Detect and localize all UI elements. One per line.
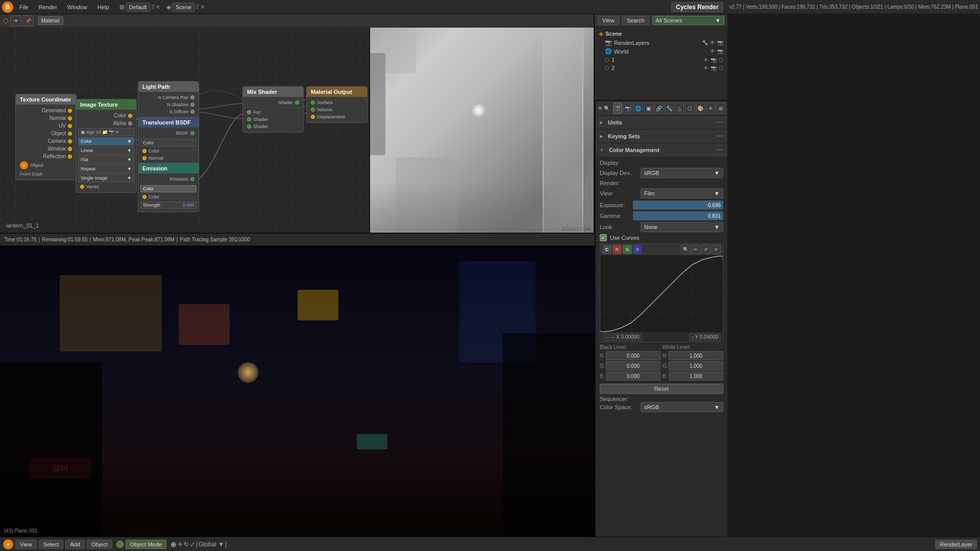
color-space-btn[interactable]: Color▼ [78,137,134,145]
image-selector[interactable]: ▣sign 19📁📷✕ [78,128,134,136]
render-btn-rl[interactable]: 📷 [717,40,723,45]
black-g-input[interactable]: 0.000 [606,361,660,370]
keying-sets-header[interactable]: Keying Sets ⋯ [596,130,727,143]
prop-tab-render[interactable]: 🎬 [613,103,622,114]
render-btn-l2[interactable]: 📷 [710,65,717,71]
node-emission[interactable]: Emission Emission Color Color Strength3.… [138,163,199,212]
global-transform-icon[interactable]: ⊕ [170,540,177,548]
white-r-input[interactable]: 1.000 [669,351,723,360]
render-btn-l1[interactable]: 📷 [710,57,717,63]
white-g-input[interactable]: 1.000 [669,361,723,370]
workspace-selector[interactable]: Default [126,3,151,12]
node-type-selector[interactable]: Material [38,16,63,25]
curve-zoom-in-btn[interactable]: 🔍 [681,245,690,254]
curve-canvas[interactable] [600,256,723,332]
render-layers-item[interactable]: 📷 RenderLayers 🔧 👁 📷 [595,38,727,47]
node-mix-shader[interactable]: Mix Shader Shader Fac Shader Shader [242,86,304,133]
curve-delete-btn[interactable]: ✕ [712,245,721,254]
layer2-item[interactable]: ⬡ 2 👁 📷 ⬡ [595,64,727,72]
prop-tab-texture[interactable]: 🎨 [696,103,705,114]
extra-btn-l1[interactable]: ⬡ [719,57,723,63]
units-dots[interactable]: ⋯ [716,118,723,127]
interpolation-btn[interactable]: Linear▼ [78,146,134,155]
node-mo-header: Material Output [307,87,367,97]
scale-icon[interactable]: ⤢ [190,541,195,548]
layer1-item[interactable]: ⬡ 1 👁 📷 ⬡ [595,56,727,64]
prop-tab-physics[interactable]: ⊞ [716,103,725,114]
use-curves-checkbox[interactable]: ✓ [600,234,607,241]
display-dev-dropdown[interactable]: sRGB ▼ [641,168,723,178]
curve-channel-c[interactable]: C [602,245,611,254]
viewport-3d[interactable]: JDSOFT.COM [369,28,594,234]
eye-btn-world[interactable]: 👁 [710,48,715,54]
prop-tab-modifier[interactable]: 🔧 [665,103,674,114]
grab-icon[interactable]: ✛ [178,541,183,548]
global-dropdown[interactable]: Global ▼ [199,541,224,548]
node-texture-coordinate[interactable]: Texture Coordinate Generated Normal UV O… [15,94,77,180]
node-image-texture[interactable]: Image Texture Color Alpha ▣sign 19📁📷✕ Co… [76,99,137,193]
units-header[interactable]: Units ⋯ [596,116,727,129]
prop-tab-particles[interactable]: ✳ [706,103,715,114]
eye-btn-l2[interactable]: 👁 [703,65,708,71]
outliner-search-btn[interactable]: Search [622,16,649,25]
scene-selector[interactable]: Scene [172,3,195,12]
cm-dots[interactable]: ⋯ [716,146,723,154]
render-btn-world[interactable]: 📷 [717,48,723,54]
look-dropdown[interactable]: None ▼ [641,222,723,232]
extra-btn-l2[interactable]: ⬡ [719,65,723,71]
prop-tab-scene[interactable]: 📷 [623,103,632,114]
node-translucent-bsdf[interactable]: Translucent BSDF BSDF Color Color Normal [138,117,199,164]
menu-file[interactable]: File [15,3,33,12]
black-r-input[interactable]: 0.000 [606,351,660,360]
prop-tab-object[interactable]: ▣ [644,103,653,114]
em-strength[interactable]: Strength3.000 [140,202,197,209]
node-material-output[interactable]: Material Output Surface Volume Displacem… [306,86,368,123]
reset-button[interactable]: Reset [600,384,723,394]
node-pin-btn[interactable]: 📌 [22,15,34,27]
rotate-icon[interactable]: ↻ [184,541,189,548]
bottom-view-btn[interactable]: View [15,540,37,549]
menu-window[interactable]: Window [63,3,91,12]
bottom-object-btn[interactable]: Object [87,540,112,549]
render-layer-btn[interactable]: RenderLayer [935,540,977,549]
scene-add-btn[interactable]: ✕ [200,4,205,11]
prop-tab-material[interactable]: ⬡ [685,103,694,114]
exposure-slider[interactable]: 0.696 [633,201,723,210]
object-mode-btn[interactable]: Object Mode [126,540,166,549]
curve-pencil-btn[interactable]: ✏ [691,245,700,254]
world-item[interactable]: 🌐 World 👁 📷 [595,47,727,56]
bottom-select-btn[interactable]: Select [39,540,64,549]
eye-btn-l1[interactable]: 👁 [703,57,708,63]
menu-render[interactable]: Render [35,3,61,12]
curve-channel-r[interactable]: R [612,245,622,254]
prop-tab-world[interactable]: 🌐 [633,103,643,114]
curve-channel-g[interactable]: G [623,245,632,254]
keying-sets-dots[interactable]: ⋯ [716,132,723,140]
extension-btn[interactable]: Repeat▼ [78,165,134,173]
gamma-slider[interactable]: 0.831 [633,211,723,220]
all-scenes-dropdown[interactable]: All Scenes ▼ [652,16,724,25]
prop-tab-data[interactable]: △ [675,103,684,114]
workspace-add-btn[interactable]: ✕ [155,4,160,11]
eye-btn-rl[interactable]: 👁 [710,40,715,45]
black-b-input[interactable]: 0.000 [606,371,660,381]
view-dropdown[interactable]: Film ▼ [641,188,723,198]
engine-selector[interactable]: Cycles Render [671,2,723,12]
node-view-btn[interactable]: 👁 [10,15,21,27]
color-management-header[interactable]: Color Management ⋯ [596,143,727,157]
white-b-input[interactable]: 1.000 [669,371,723,381]
curve-widget[interactable]: C R G B 🔍 ✏ ↺ ✕ [600,243,723,342]
bottom-add-btn[interactable]: Add [65,540,85,549]
outliner-view-btn[interactable]: View [598,16,619,25]
source-btn[interactable]: Single Image▼ [78,174,134,182]
curve-channel-b[interactable]: B [633,245,642,254]
blender-logo[interactable]: B [2,2,13,13]
level-section: Black Level: R: 0.000 G: 0.000 B: [600,344,723,382]
curve-reset-view-btn[interactable]: ↺ [701,245,710,254]
projection-btn[interactable]: Flat▼ [78,156,134,164]
scene-item[interactable]: ◈ Scene [595,29,727,38]
prop-tab-constraint[interactable]: 🔗 [654,103,664,114]
menu-help[interactable]: Help [93,3,113,12]
tb-color[interactable]: Color [140,139,197,146]
color-space-dropdown[interactable]: sRGB ▼ [641,402,723,412]
